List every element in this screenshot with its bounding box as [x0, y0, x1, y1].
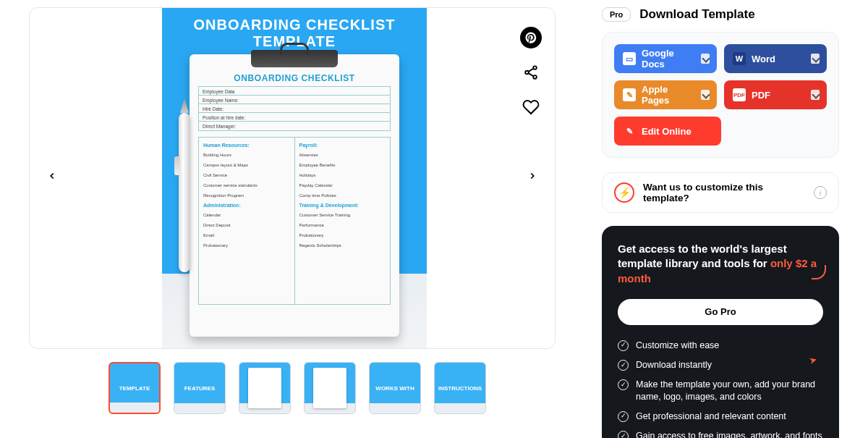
svg-line-4 — [529, 73, 534, 76]
download-label: Google Docs — [642, 48, 691, 70]
check-icon: ✓ — [618, 360, 629, 371]
pro-feature-text: Customize with ease — [636, 340, 719, 351]
section-item: Direct Deposit — [203, 220, 290, 230]
check-icon: ✓ — [618, 379, 629, 390]
thumbnail[interactable]: INSTRUCTIONS — [434, 362, 486, 414]
download-pdf-button[interactable]: PDF PDF — [724, 80, 827, 109]
info-icon: i — [814, 186, 827, 199]
pro-feature: ✓Download instantly — [618, 359, 823, 371]
page-title: Download Template — [639, 7, 754, 22]
section-item: Probationary — [299, 230, 386, 240]
section-item: Absences — [299, 150, 386, 160]
pro-feature: ✓Gain access to free images, artwork, an… — [618, 430, 823, 438]
word-icon: W — [733, 52, 746, 65]
bolt-icon: ⚡ — [614, 182, 634, 203]
edit-online-button[interactable]: ✎ Edit Online — [614, 117, 721, 146]
thumbnail-label: FEATURES — [184, 385, 216, 392]
download-word-button[interactable]: W Word — [724, 44, 827, 73]
swoosh-icon — [812, 265, 826, 279]
thumbnail-label: TEMPLATE — [119, 385, 150, 392]
pencil-icon: ✎ — [623, 125, 636, 138]
go-pro-button[interactable]: Go Pro — [618, 299, 823, 325]
section-item: Comp time Policies — [299, 190, 386, 201]
pinterest-icon[interactable] — [520, 27, 542, 49]
section-item: Recognition Program — [203, 190, 290, 201]
section-item: Email — [203, 230, 290, 240]
doc-col-left: Human Resources:Building HoursCampus lay… — [199, 138, 295, 304]
pro-feature-text: Make the template your own, add your bra… — [636, 379, 823, 403]
download-icon — [811, 90, 820, 100]
section-header: Administration: — [203, 203, 290, 208]
section-item: Customer Service Training — [299, 210, 386, 220]
thumbnail[interactable]: FEATURES — [174, 362, 226, 414]
prev-arrow-icon[interactable] — [47, 168, 57, 188]
section-header: Human Resources: — [203, 143, 290, 148]
download-icon — [701, 54, 710, 64]
doc-field: Employee Data — [199, 87, 390, 96]
svg-line-3 — [529, 69, 534, 72]
pro-feature: ✓Make the template your own, add your br… — [618, 379, 823, 403]
thumbnail-label: WORKS WITH — [375, 385, 414, 392]
download-label: PDF — [752, 90, 770, 101]
section-item: Performance — [299, 220, 386, 230]
download-label: Edit Online — [642, 126, 692, 137]
section-item: Payday Calendar — [299, 180, 386, 190]
pro-feature-text: Download instantly — [636, 359, 712, 371]
thumbnail[interactable] — [239, 362, 291, 414]
pro-feature-list: ✓Customize with ease✓Download instantly✓… — [618, 340, 823, 438]
download-apple-pages-button[interactable]: ✎ Apple Pages — [614, 80, 717, 109]
next-arrow-icon[interactable] — [527, 168, 537, 188]
thumbnail[interactable] — [304, 362, 356, 414]
download-icon — [701, 90, 710, 100]
svg-point-2 — [533, 75, 537, 79]
section-item: Regents Scholarships — [299, 240, 386, 250]
pro-upsell-card: Get access to the world's largest templa… — [602, 226, 839, 438]
doc-field: Employee Name: — [199, 96, 390, 104]
clipboard-doc: ONBOARDING CHECKLIST Employee DataEmploy… — [190, 54, 399, 337]
section-item: Probationary — [203, 240, 290, 250]
apple-pages-icon: ✎ — [623, 88, 636, 101]
pro-headline: Get access to the world's largest templa… — [618, 242, 823, 286]
heart-icon[interactable] — [520, 96, 542, 118]
section-item: Building Hours — [203, 150, 290, 160]
download-label: Apple Pages — [642, 84, 691, 106]
doc-fields: Employee DataEmployee Name:Hire Date:Pos… — [198, 86, 391, 131]
section-item: Calendar — [203, 210, 290, 220]
check-icon: ✓ — [618, 340, 629, 351]
pro-feature-text: Gain access to free images, artwork, and… — [636, 430, 822, 438]
thumbnail[interactable]: TEMPLATE — [109, 362, 161, 414]
pen-graphic — [179, 113, 190, 272]
customize-banner[interactable]: ⚡ Want us to customize this template? i — [602, 172, 839, 213]
clip-icon — [251, 50, 338, 67]
section-header: Payroll: — [299, 143, 386, 148]
preview-slide: ONBOARDING CHECKLISTTEMPLATE ONBOARDING … — [162, 8, 427, 348]
check-icon: ✓ — [618, 411, 629, 422]
pro-feature: ✓Get professional and relevant content — [618, 410, 823, 422]
section-item: Civil Service — [203, 170, 290, 180]
section-item: Campus layout & Maps — [203, 160, 290, 170]
share-icon[interactable] — [520, 62, 542, 83]
thumbnail[interactable]: WORKS WITH — [369, 362, 421, 414]
section-item: Employee Benefits — [299, 160, 386, 170]
download-label: Word — [752, 54, 775, 64]
thumbnail-label: INSTRUCTIONS — [438, 385, 482, 392]
preview-card: ONBOARDING CHECKLISTTEMPLATE ONBOARDING … — [29, 7, 556, 349]
pro-badge: Pro — [602, 7, 631, 22]
check-icon: ✓ — [618, 431, 629, 438]
doc-title: ONBOARDING CHECKLIST — [198, 73, 391, 83]
doc-field: Hire Date: — [199, 104, 390, 113]
svg-point-1 — [525, 71, 529, 75]
download-icon — [811, 54, 820, 64]
pdf-icon: PDF — [733, 88, 746, 101]
thumbnail-strip: TEMPLATEFEATURESWORKS WITHINSTRUCTIONS — [29, 362, 556, 414]
doc-field: Direct Manager: — [199, 122, 390, 130]
pro-feature: ✓Customize with ease — [618, 340, 823, 351]
google-docs-icon: ▭ — [623, 52, 636, 65]
section-header: Training & Development: — [299, 203, 386, 208]
doc-col-right: Payroll:AbsencesEmployee BenefitsHoliday… — [295, 138, 391, 304]
customize-text: Want us to customize this template? — [643, 182, 805, 203]
section-item: Customer service standards — [203, 180, 290, 190]
download-google-docs-button[interactable]: ▭ Google Docs — [614, 44, 717, 73]
section-item: Holidays — [299, 170, 386, 180]
download-panel: ▭ Google Docs W Word ✎ Apple Pages PDF P… — [602, 32, 839, 158]
